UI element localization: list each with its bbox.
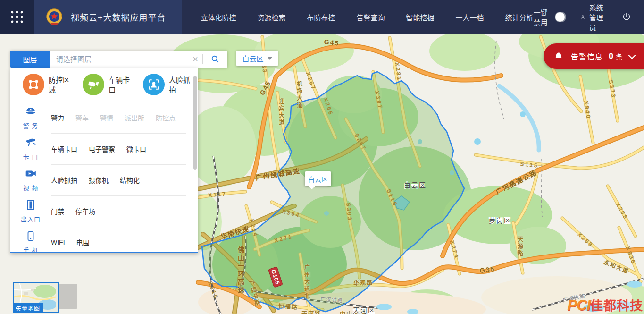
- district-selector[interactable]: 白云区: [236, 51, 278, 66]
- category-label: 手 机: [23, 246, 39, 253]
- alert-label: 告警信息: [571, 51, 603, 62]
- minimap[interactable]: 矢量地图: [13, 282, 59, 313]
- layer-item[interactable]: 电围: [76, 238, 90, 247]
- category-label: 出入口: [21, 214, 41, 223]
- chevron-down-icon: [268, 57, 272, 60]
- category-icon-col: 手 机: [10, 230, 51, 253]
- power-icon: [621, 12, 632, 22]
- category-items: WIFI电围: [51, 238, 90, 247]
- layer-item[interactable]: WIFI: [51, 238, 65, 246]
- toggle-knob: [555, 12, 565, 22]
- layer-category-row: 手 机WIFI电围: [10, 227, 198, 253]
- category-icon-col: 警 务: [10, 105, 51, 130]
- tab-layers[interactable]: 图层: [10, 51, 50, 68]
- layers-panel-header: 图层 ×: [10, 51, 227, 68]
- layer-categories: 警 务警力警车警情派出所防控点卡 口车辆卡口电子警察微卡口视 频人脸抓拍摄像机结…: [10, 102, 198, 253]
- user-name: 系统管理员: [589, 2, 606, 32]
- layer-category-row: 警 务警力警车警情派出所防控点: [10, 102, 198, 133]
- vendor-logo: PCI: [567, 297, 590, 314]
- layer-item[interactable]: 防控点: [156, 113, 176, 122]
- category-icon-col: 视 频: [10, 168, 51, 192]
- layer-item[interactable]: 结构化: [120, 175, 140, 185]
- search-button[interactable]: [203, 51, 227, 68]
- bell-icon: [554, 51, 563, 61]
- quick-layers-row: 防控区域车辆卡口人脸抓拍: [23, 68, 195, 102]
- category-icon-col: 卡 口: [10, 136, 51, 161]
- category-label: 卡 口: [23, 152, 39, 161]
- user-menu[interactable]: 系统管理员: [580, 2, 606, 32]
- logout-button[interactable]: [621, 12, 632, 22]
- face-icon: [143, 74, 165, 95]
- region-icon: [23, 74, 44, 95]
- category-items: 警力警车警情派出所防控点: [51, 113, 176, 122]
- scrollbar[interactable]: [193, 69, 197, 250]
- quick-layer-label: 人脸抓拍: [169, 75, 195, 94]
- quick-layer-camera[interactable]: 车辆卡口: [83, 74, 135, 95]
- layer-category-row: 卡 口车辆卡口电子警察微卡口: [10, 133, 198, 164]
- door-icon: [25, 199, 36, 213]
- layer-category-row: 视 频人脸抓拍摄像机结构化: [10, 164, 198, 195]
- scrollbar-thumb[interactable]: [193, 76, 197, 170]
- layers-panel-body: 防控区域车辆卡口人脸抓拍 警 务警力警车警情派出所防控点卡 口车辆卡口电子警察微…: [10, 68, 198, 253]
- category-label: 视 频: [23, 183, 39, 192]
- layers-panel: 图层 × 防控区域车辆卡口人脸抓拍 警 务警力警车警情派出所防控点卡 口车辆卡口…: [10, 51, 227, 253]
- app-window: .cy{stroke:#dcc06a;stroke-width:7;fill:n…: [0, 0, 644, 314]
- nav-item-5[interactable]: 一人一档: [456, 12, 484, 22]
- quick-layer-region[interactable]: 防控区域: [23, 74, 75, 95]
- nav-item-0[interactable]: 立体化防控: [201, 12, 236, 22]
- category-items: 门禁停车场: [51, 206, 95, 216]
- layer-item[interactable]: 摄像机: [89, 175, 109, 185]
- brand-area: 视频云+大数据应用平台: [34, 0, 182, 34]
- alert-unit: 条: [616, 51, 623, 61]
- layer-item[interactable]: 人脸抓拍: [51, 175, 77, 185]
- nav-item-2[interactable]: 布防布控: [307, 12, 335, 22]
- category-items: 车辆卡口电子警察微卡口: [51, 144, 146, 153]
- quick-disable-label: 一键禁用: [534, 7, 548, 27]
- layer-item[interactable]: 微卡口: [126, 144, 146, 153]
- layer-search-input[interactable]: [50, 55, 188, 63]
- layer-item[interactable]: 警车: [75, 113, 89, 122]
- nav-item-4[interactable]: 智能挖掘: [406, 12, 435, 22]
- phone-icon: [25, 230, 36, 244]
- police-icon: [24, 105, 37, 119]
- app-grid-button[interactable]: [0, 0, 34, 34]
- layer-item[interactable]: 警情: [100, 113, 113, 122]
- nav-item-3[interactable]: 告警查询: [357, 12, 385, 22]
- chevron-down-icon[interactable]: [628, 51, 636, 59]
- minimap-label: 矢量地图: [13, 303, 43, 313]
- grid-icon: [10, 10, 24, 24]
- layer-item[interactable]: 门禁: [51, 206, 64, 216]
- quick-layer-face[interactable]: 人脸抓拍: [143, 74, 195, 95]
- cctv-icon: [24, 136, 37, 151]
- quick-layer-label: 防控区域: [49, 75, 75, 94]
- category-label: 警 务: [23, 121, 39, 130]
- top-navbar: 视频云+大数据应用平台 立体化防控资源检索布防布控告警查询智能挖掘一人一档统计分…: [0, 0, 644, 34]
- collapsed-map-control[interactable]: [58, 284, 77, 309]
- district-tooltip: 白云区: [305, 171, 331, 186]
- district-tooltip-text: 白云区: [308, 174, 328, 184]
- nav-item-6[interactable]: 统计分析: [505, 12, 534, 22]
- quick-layer-label: 车辆卡口: [109, 75, 135, 94]
- nav-item-1[interactable]: 资源检索: [258, 12, 286, 22]
- layer-item[interactable]: 车辆卡口: [51, 144, 77, 153]
- quick-disable-toggle[interactable]: [555, 12, 566, 22]
- search-icon: [210, 54, 220, 64]
- layer-category-row: 出入口门禁停车场: [10, 195, 198, 227]
- layer-item[interactable]: 警力: [51, 113, 64, 122]
- alert-count: 0: [609, 51, 613, 61]
- clear-search-icon[interactable]: ×: [188, 51, 202, 68]
- user-icon: [580, 12, 585, 22]
- layer-item[interactable]: 派出所: [125, 113, 144, 122]
- category-icon-col: 出入口: [10, 199, 51, 223]
- video-icon: [24, 168, 37, 182]
- camera-icon: [83, 74, 104, 95]
- category-items: 人脸抓拍摄像机结构化: [51, 175, 140, 185]
- layer-item[interactable]: 停车场: [75, 206, 95, 216]
- police-badge-logo: [44, 7, 64, 27]
- alert-bar[interactable]: 告警信息 0 条: [544, 43, 644, 69]
- district-selector-value: 白云区: [242, 53, 263, 63]
- app-title: 视频云+大数据应用平台: [71, 11, 166, 23]
- layer-item[interactable]: 电子警察: [89, 144, 115, 153]
- main-menu: 立体化防控资源检索布防布控告警查询智能挖掘一人一档统计分析: [201, 12, 534, 22]
- navbar-right: 一键禁用 系统管理员: [534, 2, 644, 32]
